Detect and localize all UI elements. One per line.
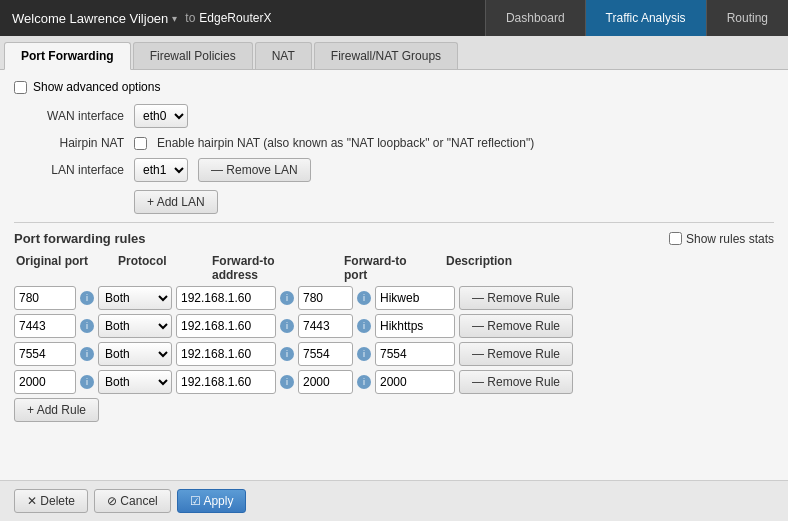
orig-port-input-3[interactable] [14,370,76,394]
top-bar-left: Welcome Lawrence Viljoen ▾ to EdgeRouter… [0,0,485,36]
panel: Show advanced options WAN interface eth0… [0,70,788,480]
tab-firewall-policies[interactable]: Firewall Policies [133,42,253,69]
top-nav-buttons: Dashboard Traffic Analysis Routing [485,0,788,36]
fwd-address-input-0[interactable] [176,286,276,310]
orig-port-input-1[interactable] [14,314,76,338]
main-content: Port Forwarding Firewall Policies NAT Fi… [0,36,788,521]
orig-port-info-icon-3[interactable]: i [80,375,94,389]
fwd-port-input-0[interactable] [298,286,353,310]
show-stats-checkbox[interactable] [669,232,682,245]
advanced-options-row: Show advanced options [14,80,774,94]
show-advanced-label: Show advanced options [33,80,160,94]
lan-interface-row: LAN interface eth0 eth1 eth2 — Remove LA… [14,158,774,182]
description-input-3[interactable] [375,370,455,394]
table-row: i BothTCPUDP i i — Remove Rule [14,370,774,394]
fwd-address-info-icon-0[interactable]: i [280,291,294,305]
col-header-fwd-port: Forward-to port [344,254,424,282]
rules-columns-header: Original port Protocol Forward-to addres… [14,254,774,282]
welcome-text: Welcome Lawrence Viljoen [12,11,168,26]
orig-port-input-2[interactable] [14,342,76,366]
orig-port-input-0[interactable] [14,286,76,310]
wan-interface-label: WAN interface [14,109,124,123]
add-lan-button[interactable]: + Add LAN [134,190,218,214]
hairpin-nat-row: Hairpin NAT Enable hairpin NAT (also kno… [14,136,774,150]
fwd-port-info-icon-0[interactable]: i [357,291,371,305]
protocol-select-2[interactable]: BothTCPUDP [98,342,172,366]
fwd-port-info-icon-1[interactable]: i [357,319,371,333]
remove-lan-button[interactable]: — Remove LAN [198,158,311,182]
top-bar: Welcome Lawrence Viljoen ▾ to EdgeRouter… [0,0,788,36]
tabs-bar: Port Forwarding Firewall Policies NAT Fi… [0,36,788,70]
hairpin-nat-label: Hairpin NAT [14,136,124,150]
fwd-port-input-1[interactable] [298,314,353,338]
fwd-port-input-3[interactable] [298,370,353,394]
rules-container: i BothTCPUDP i i — Remove Rule i BothTCP… [14,286,774,394]
hairpin-nat-text: Enable hairpin NAT (also known as "NAT l… [157,136,534,150]
show-advanced-checkbox[interactable] [14,81,27,94]
add-lan-row: + Add LAN [14,190,774,214]
to-text: to [185,11,195,25]
fwd-port-info-icon-2[interactable]: i [357,347,371,361]
orig-port-info-icon-0[interactable]: i [80,291,94,305]
rules-header: Port forwarding rules Show rules stats [14,231,774,246]
nav-dashboard[interactable]: Dashboard [485,0,585,36]
orig-port-info-icon-2[interactable]: i [80,347,94,361]
lan-interface-select[interactable]: eth0 eth1 eth2 [134,158,188,182]
orig-port-info-icon-1[interactable]: i [80,319,94,333]
dropdown-arrow[interactable]: ▾ [172,13,177,24]
nav-traffic-analysis[interactable]: Traffic Analysis [585,0,706,36]
table-row: i BothTCPUDP i i — Remove Rule [14,286,774,310]
cancel-button[interactable]: ⊘ Cancel [94,489,171,513]
wan-interface-select[interactable]: eth0 eth1 eth2 [134,104,188,128]
hairpin-nat-checkbox[interactable] [134,137,147,150]
tab-nat[interactable]: NAT [255,42,312,69]
table-row: i BothTCPUDP i i — Remove Rule [14,342,774,366]
delete-button[interactable]: ✕ Delete [14,489,88,513]
protocol-select-1[interactable]: BothTCPUDP [98,314,172,338]
tab-port-forwarding[interactable]: Port Forwarding [4,42,131,70]
fwd-address-info-icon-3[interactable]: i [280,375,294,389]
description-input-2[interactable] [375,342,455,366]
fwd-address-input-2[interactable] [176,342,276,366]
col-header-fwd-address: Forward-to address [212,254,322,282]
nav-routing[interactable]: Routing [706,0,788,36]
router-name: EdgeRouterX [199,11,271,25]
fwd-address-info-icon-2[interactable]: i [280,347,294,361]
tab-firewall-nat-groups[interactable]: Firewall/NAT Groups [314,42,458,69]
fwd-port-input-2[interactable] [298,342,353,366]
col-header-orig: Original port [16,254,96,282]
fwd-address-input-3[interactable] [176,370,276,394]
divider [14,222,774,223]
apply-button[interactable]: ☑ Apply [177,489,247,513]
table-row: i BothTCPUDP i i — Remove Rule [14,314,774,338]
description-input-0[interactable] [375,286,455,310]
rules-title: Port forwarding rules [14,231,145,246]
wan-interface-row: WAN interface eth0 eth1 eth2 [14,104,774,128]
remove-rule-button-1[interactable]: — Remove Rule [459,314,573,338]
remove-rule-button-0[interactable]: — Remove Rule [459,286,573,310]
protocol-select-3[interactable]: BothTCPUDP [98,370,172,394]
remove-rule-button-2[interactable]: — Remove Rule [459,342,573,366]
col-header-protocol: Protocol [118,254,208,282]
bottom-bar: ✕ Delete ⊘ Cancel ☑ Apply [0,480,788,521]
fwd-port-info-icon-3[interactable]: i [357,375,371,389]
show-stats-label: Show rules stats [686,232,774,246]
add-rule-row: + Add Rule [14,398,774,422]
protocol-select-0[interactable]: BothTCPUDP [98,286,172,310]
col-header-description: Description [446,254,536,282]
description-input-1[interactable] [375,314,455,338]
remove-rule-button-3[interactable]: — Remove Rule [459,370,573,394]
add-rule-button[interactable]: + Add Rule [14,398,99,422]
fwd-address-info-icon-1[interactable]: i [280,319,294,333]
lan-interface-label: LAN interface [14,163,124,177]
fwd-address-input-1[interactable] [176,314,276,338]
show-stats-row: Show rules stats [669,232,774,246]
